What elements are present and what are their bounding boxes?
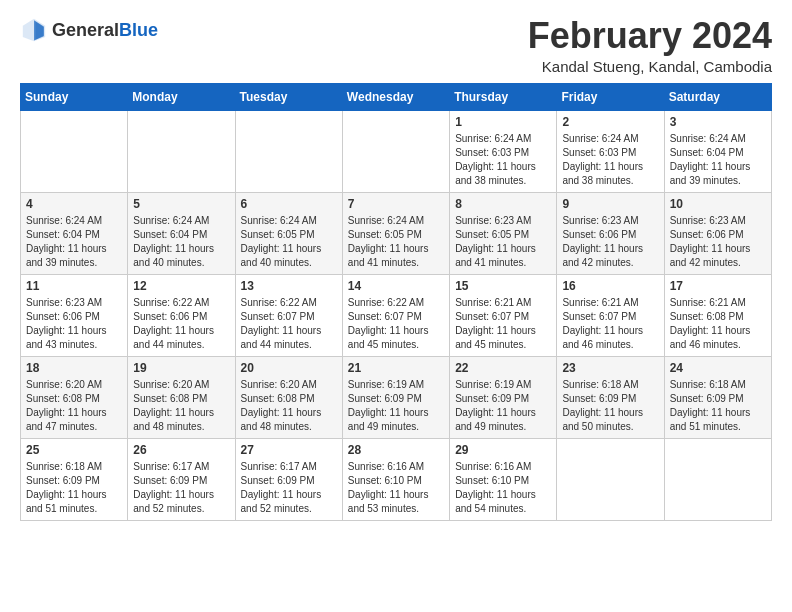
day-number: 26 [133,443,229,457]
logo-icon [20,16,48,44]
day-detail: Sunrise: 6:18 AM Sunset: 6:09 PM Dayligh… [562,378,658,434]
day-cell: 28Sunrise: 6:16 AM Sunset: 6:10 PM Dayli… [342,438,449,520]
day-cell: 5Sunrise: 6:24 AM Sunset: 6:04 PM Daylig… [128,192,235,274]
day-cell: 14Sunrise: 6:22 AM Sunset: 6:07 PM Dayli… [342,274,449,356]
weekday-header-tuesday: Tuesday [235,83,342,110]
day-cell: 13Sunrise: 6:22 AM Sunset: 6:07 PM Dayli… [235,274,342,356]
day-cell: 18Sunrise: 6:20 AM Sunset: 6:08 PM Dayli… [21,356,128,438]
day-detail: Sunrise: 6:22 AM Sunset: 6:07 PM Dayligh… [241,296,337,352]
logo-blue: Blue [119,20,158,40]
day-cell [21,110,128,192]
day-number: 21 [348,361,444,375]
day-detail: Sunrise: 6:21 AM Sunset: 6:08 PM Dayligh… [670,296,766,352]
day-cell [235,110,342,192]
day-cell: 27Sunrise: 6:17 AM Sunset: 6:09 PM Dayli… [235,438,342,520]
day-detail: Sunrise: 6:24 AM Sunset: 6:04 PM Dayligh… [133,214,229,270]
title-block: February 2024 Kandal Stueng, Kandal, Cam… [528,16,772,75]
day-detail: Sunrise: 6:18 AM Sunset: 6:09 PM Dayligh… [670,378,766,434]
day-number: 8 [455,197,551,211]
day-number: 9 [562,197,658,211]
day-cell: 20Sunrise: 6:20 AM Sunset: 6:08 PM Dayli… [235,356,342,438]
week-row-2: 4Sunrise: 6:24 AM Sunset: 6:04 PM Daylig… [21,192,772,274]
day-cell: 22Sunrise: 6:19 AM Sunset: 6:09 PM Dayli… [450,356,557,438]
day-number: 27 [241,443,337,457]
day-detail: Sunrise: 6:24 AM Sunset: 6:03 PM Dayligh… [562,132,658,188]
day-cell [557,438,664,520]
day-detail: Sunrise: 6:20 AM Sunset: 6:08 PM Dayligh… [241,378,337,434]
day-number: 16 [562,279,658,293]
week-row-4: 18Sunrise: 6:20 AM Sunset: 6:08 PM Dayli… [21,356,772,438]
day-cell: 21Sunrise: 6:19 AM Sunset: 6:09 PM Dayli… [342,356,449,438]
day-detail: Sunrise: 6:24 AM Sunset: 6:05 PM Dayligh… [241,214,337,270]
day-number: 23 [562,361,658,375]
day-number: 14 [348,279,444,293]
day-cell: 1Sunrise: 6:24 AM Sunset: 6:03 PM Daylig… [450,110,557,192]
day-cell: 9Sunrise: 6:23 AM Sunset: 6:06 PM Daylig… [557,192,664,274]
day-detail: Sunrise: 6:23 AM Sunset: 6:05 PM Dayligh… [455,214,551,270]
day-number: 4 [26,197,122,211]
day-cell: 29Sunrise: 6:16 AM Sunset: 6:10 PM Dayli… [450,438,557,520]
day-detail: Sunrise: 6:24 AM Sunset: 6:04 PM Dayligh… [670,132,766,188]
day-detail: Sunrise: 6:24 AM Sunset: 6:03 PM Dayligh… [455,132,551,188]
day-detail: Sunrise: 6:19 AM Sunset: 6:09 PM Dayligh… [455,378,551,434]
day-cell: 16Sunrise: 6:21 AM Sunset: 6:07 PM Dayli… [557,274,664,356]
day-detail: Sunrise: 6:23 AM Sunset: 6:06 PM Dayligh… [562,214,658,270]
day-cell: 26Sunrise: 6:17 AM Sunset: 6:09 PM Dayli… [128,438,235,520]
day-cell: 3Sunrise: 6:24 AM Sunset: 6:04 PM Daylig… [664,110,771,192]
day-cell: 6Sunrise: 6:24 AM Sunset: 6:05 PM Daylig… [235,192,342,274]
logo-text: GeneralBlue [52,20,158,41]
day-number: 12 [133,279,229,293]
day-detail: Sunrise: 6:20 AM Sunset: 6:08 PM Dayligh… [26,378,122,434]
day-number: 13 [241,279,337,293]
day-cell: 11Sunrise: 6:23 AM Sunset: 6:06 PM Dayli… [21,274,128,356]
day-detail: Sunrise: 6:24 AM Sunset: 6:05 PM Dayligh… [348,214,444,270]
day-number: 5 [133,197,229,211]
day-number: 10 [670,197,766,211]
weekday-header-monday: Monday [128,83,235,110]
day-number: 7 [348,197,444,211]
day-cell [128,110,235,192]
day-detail: Sunrise: 6:21 AM Sunset: 6:07 PM Dayligh… [562,296,658,352]
weekday-header-friday: Friday [557,83,664,110]
day-number: 22 [455,361,551,375]
day-detail: Sunrise: 6:23 AM Sunset: 6:06 PM Dayligh… [26,296,122,352]
calendar-table: SundayMondayTuesdayWednesdayThursdayFrid… [20,83,772,521]
day-number: 6 [241,197,337,211]
weekday-header-saturday: Saturday [664,83,771,110]
day-number: 2 [562,115,658,129]
day-number: 18 [26,361,122,375]
day-cell [342,110,449,192]
day-cell: 24Sunrise: 6:18 AM Sunset: 6:09 PM Dayli… [664,356,771,438]
day-cell: 8Sunrise: 6:23 AM Sunset: 6:05 PM Daylig… [450,192,557,274]
weekday-header-thursday: Thursday [450,83,557,110]
day-cell: 12Sunrise: 6:22 AM Sunset: 6:06 PM Dayli… [128,274,235,356]
day-detail: Sunrise: 6:21 AM Sunset: 6:07 PM Dayligh… [455,296,551,352]
day-cell: 10Sunrise: 6:23 AM Sunset: 6:06 PM Dayli… [664,192,771,274]
day-detail: Sunrise: 6:22 AM Sunset: 6:07 PM Dayligh… [348,296,444,352]
day-cell: 23Sunrise: 6:18 AM Sunset: 6:09 PM Dayli… [557,356,664,438]
week-row-5: 25Sunrise: 6:18 AM Sunset: 6:09 PM Dayli… [21,438,772,520]
day-detail: Sunrise: 6:19 AM Sunset: 6:09 PM Dayligh… [348,378,444,434]
day-detail: Sunrise: 6:18 AM Sunset: 6:09 PM Dayligh… [26,460,122,516]
day-cell: 25Sunrise: 6:18 AM Sunset: 6:09 PM Dayli… [21,438,128,520]
day-number: 28 [348,443,444,457]
day-detail: Sunrise: 6:17 AM Sunset: 6:09 PM Dayligh… [133,460,229,516]
day-number: 1 [455,115,551,129]
day-cell: 19Sunrise: 6:20 AM Sunset: 6:08 PM Dayli… [128,356,235,438]
subtitle: Kandal Stueng, Kandal, Cambodia [528,58,772,75]
day-cell: 2Sunrise: 6:24 AM Sunset: 6:03 PM Daylig… [557,110,664,192]
day-cell: 7Sunrise: 6:24 AM Sunset: 6:05 PM Daylig… [342,192,449,274]
day-number: 24 [670,361,766,375]
day-detail: Sunrise: 6:22 AM Sunset: 6:06 PM Dayligh… [133,296,229,352]
week-row-1: 1Sunrise: 6:24 AM Sunset: 6:03 PM Daylig… [21,110,772,192]
day-detail: Sunrise: 6:17 AM Sunset: 6:09 PM Dayligh… [241,460,337,516]
day-number: 25 [26,443,122,457]
day-number: 19 [133,361,229,375]
day-number: 20 [241,361,337,375]
day-detail: Sunrise: 6:16 AM Sunset: 6:10 PM Dayligh… [348,460,444,516]
day-cell: 4Sunrise: 6:24 AM Sunset: 6:04 PM Daylig… [21,192,128,274]
day-cell: 15Sunrise: 6:21 AM Sunset: 6:07 PM Dayli… [450,274,557,356]
logo: GeneralBlue [20,16,158,44]
weekday-header-row: SundayMondayTuesdayWednesdayThursdayFrid… [21,83,772,110]
week-row-3: 11Sunrise: 6:23 AM Sunset: 6:06 PM Dayli… [21,274,772,356]
